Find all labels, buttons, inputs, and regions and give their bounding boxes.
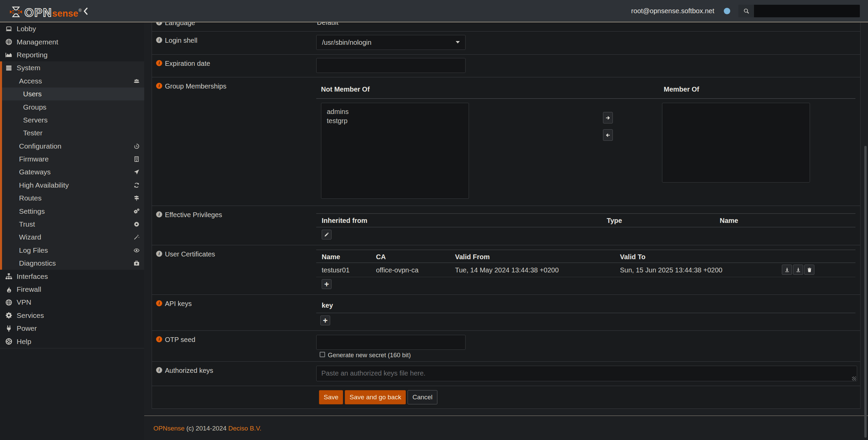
column-header: Type (607, 217, 622, 225)
sidebar-item-label: Reporting (17, 51, 48, 59)
location-arrow-icon (133, 169, 140, 175)
medkit-icon (133, 260, 140, 266)
not-member-of-listbox[interactable]: admins testgrp (321, 103, 469, 199)
sidebar-item-users[interactable]: Users (0, 88, 144, 100)
column-header: Inherited from (322, 217, 367, 225)
sidebar-item-label: System (17, 64, 40, 72)
sidebar-item-firewall[interactable]: Firewall (0, 283, 144, 296)
save-button[interactable]: Save (319, 390, 343, 404)
generate-secret-checkbox[interactable] (320, 352, 325, 357)
delete-certificate-button[interactable] (804, 265, 814, 275)
authorized-keys-textarea[interactable] (316, 366, 857, 381)
group-option[interactable]: admins (321, 107, 469, 116)
opnsense-link[interactable]: OPNsense (153, 425, 185, 432)
info-icon[interactable]: i (156, 251, 162, 257)
eye-icon (133, 247, 140, 253)
sidebar-item-routes[interactable]: Routes (0, 192, 144, 205)
sidebar-item-system[interactable]: System (0, 61, 144, 74)
sidebar-item-label: Firmware (19, 155, 49, 163)
form-row-login-shell: i Login shell /usr/sbin/nologin (152, 32, 860, 55)
sidebar-item-vpn[interactable]: VPN (0, 296, 144, 309)
sidebar-item-tester[interactable]: Tester (0, 127, 144, 139)
edit-privileges-button[interactable] (322, 230, 332, 240)
certificate-icon (133, 221, 140, 227)
add-certificate-button[interactable]: + (322, 279, 332, 289)
form-row-group-memberships: i Group Memberships Not Member Of Member… (152, 77, 860, 206)
sidebar-item-reporting[interactable]: Reporting (0, 49, 144, 61)
sidebar-item-high-availability[interactable]: High Availability (0, 179, 144, 192)
global-search (738, 5, 860, 17)
member-of-listbox[interactable] (662, 103, 810, 183)
info-icon[interactable]: i (156, 83, 162, 89)
footer: OPNsense (c) 2014-2024 Deciso B.V. (153, 425, 261, 432)
sidebar-item-label: High Availability (19, 181, 69, 189)
magic-wand-icon (133, 234, 140, 240)
opnsense-logo[interactable]: OPN sense ® (10, 3, 81, 19)
sidebar-item-settings[interactable]: Settings (0, 205, 144, 217)
otp-seed-input[interactable] (316, 335, 466, 350)
column-header: CA (376, 253, 386, 261)
deciso-link[interactable]: Deciso B.V. (228, 425, 262, 432)
info-icon[interactable]: i (156, 60, 162, 66)
chevron-down-icon (456, 41, 460, 44)
login-shell-select[interactable]: /usr/sbin/nologin (316, 35, 466, 50)
form-row-effective-privileges: i Effective Privileges Inherited from Ty… (152, 206, 860, 245)
sidebar-item-power[interactable]: Power (0, 322, 144, 335)
sidebar-item-configuration[interactable]: Configuration (0, 140, 144, 153)
scrollbar-thumb[interactable] (864, 146, 867, 438)
sidebar-item-services[interactable]: Services (0, 309, 144, 322)
account-menu[interactable]: root@opnsense.softbox.net (631, 0, 714, 22)
download-certificate-button[interactable] (782, 265, 792, 275)
group-option[interactable]: testgrp (321, 116, 469, 126)
fire-icon (5, 286, 13, 293)
remove-from-group-button[interactable] (603, 129, 613, 141)
sidebar-item-help[interactable]: Help (0, 335, 144, 348)
download-key-button[interactable] (793, 265, 803, 275)
add-api-key-button[interactable]: + (320, 315, 330, 325)
add-to-group-button[interactable] (603, 112, 613, 123)
sidebar-item-groups[interactable]: Groups (0, 100, 144, 113)
info-icon[interactable]: i (156, 211, 162, 217)
sidebar-item-label: Interfaces (17, 272, 48, 281)
expiration-date-input[interactable] (316, 58, 466, 73)
info-icon[interactable]: i (156, 37, 162, 43)
search-input[interactable] (754, 5, 860, 17)
field-label: API keys (165, 300, 192, 308)
save-and-go-back-button[interactable]: Save and go back (345, 390, 406, 404)
sidebar-item-management[interactable]: Management (0, 35, 144, 48)
column-header: Valid From (455, 253, 490, 261)
sidebar-item-label: Lobby (17, 25, 36, 33)
sidebar-item-trust[interactable]: Trust (0, 218, 144, 231)
gear-icon (5, 312, 13, 319)
cancel-button[interactable]: Cancel (408, 390, 437, 404)
sidebar-item-diagnostics[interactable]: Diagnostics (0, 257, 144, 270)
form-row-expiration-date: i Expiration date (152, 55, 860, 77)
info-icon[interactable]: i (156, 367, 162, 373)
info-icon[interactable]: i (156, 300, 162, 306)
info-icon[interactable]: i (156, 336, 162, 342)
sidebar-item-access[interactable]: Access (0, 75, 144, 88)
generate-secret-label: Generate new secret (160 bit) (328, 351, 411, 359)
column-header: Name (720, 217, 738, 225)
sidebar-collapse-chevron-icon[interactable] (82, 7, 89, 15)
sidebar-item-wizard[interactable]: Wizard (0, 231, 144, 244)
table-header-border (316, 263, 855, 263)
sidebar-item-lobby[interactable]: Lobby (0, 22, 144, 35)
member-of-header: Member Of (664, 85, 699, 93)
top-bar: OPN sense ® root@opnsense.softbox.net (0, 0, 868, 22)
sidebar-item-gateways[interactable]: Gateways (0, 166, 144, 178)
sitemap-icon (5, 273, 13, 280)
sidebar-item-servers[interactable]: Servers (0, 114, 144, 127)
building-icon (133, 156, 140, 162)
sidebar-item-firmware[interactable]: Firmware (0, 153, 144, 166)
sidebar-item-label: Routes (19, 194, 42, 202)
plug-icon (5, 325, 13, 332)
sidebar-item-label: Servers (23, 116, 48, 124)
cert-valid-from-cell: Tue, 14 May 2024 13:44:38 +0200 (455, 266, 559, 274)
cert-ca-cell: office-ovpn-ca (376, 266, 418, 274)
header-divider (316, 98, 855, 99)
sidebar-item-log-files[interactable]: Log Files (0, 244, 144, 257)
sidebar-item-interfaces[interactable]: Interfaces (0, 270, 144, 283)
selected-option: /usr/sbin/nologin (322, 39, 372, 46)
download-icon (785, 267, 790, 272)
